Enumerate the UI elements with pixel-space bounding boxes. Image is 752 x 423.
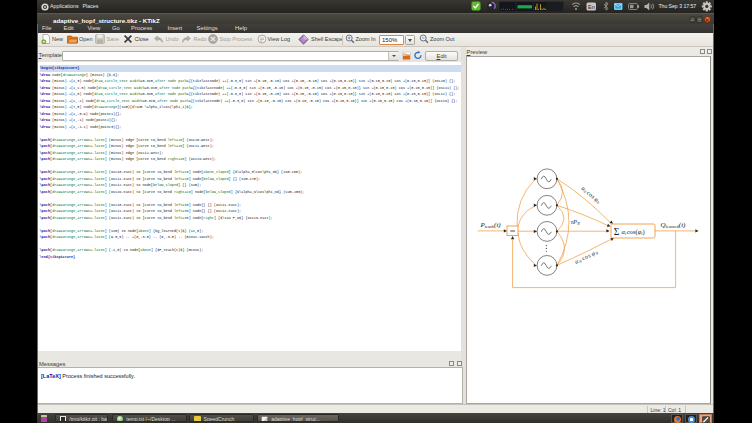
svg-text:En: En bbox=[588, 4, 595, 10]
svg-text:α0 cos φ0: α0 cos φ0 bbox=[580, 185, 602, 205]
svg-text:Qlearned(t): Qlearned(t) bbox=[661, 221, 687, 229]
svg-text:Pteach(t): Pteach(t) bbox=[480, 221, 502, 229]
svg-text:Σ: Σ bbox=[614, 227, 620, 237]
svg-text:αN cos φN: αN cos φN bbox=[574, 248, 600, 265]
svg-text:τPN: τPN bbox=[571, 218, 580, 226]
